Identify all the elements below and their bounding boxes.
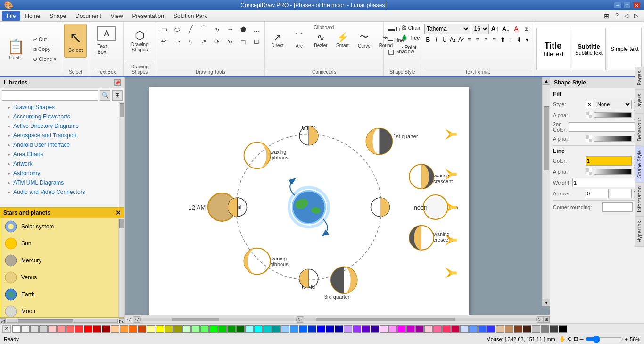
color-swatch[interactable] [129,325,137,333]
planet-solar-system[interactable]: Solar system [0,218,118,235]
color-swatch[interactable] [75,325,83,333]
color-swatch[interactable] [147,325,155,333]
sidebar-item-accounting[interactable]: Accounting Flowcharts [0,112,119,121]
copy-button[interactable]: ⧉ Copy [31,45,59,54]
shape-tool-7[interactable]: ◻ [237,36,249,47]
color-swatch[interactable] [48,325,57,333]
color-swatch[interactable] [30,325,39,333]
underline-button[interactable]: U [441,35,448,44]
zoom-in[interactable]: + [625,336,628,342]
line-weight-input[interactable] [572,178,640,187]
color-swatch[interactable] [263,325,272,333]
color-swatch[interactable] [550,325,558,333]
stars-panel-close[interactable]: ✕ [116,209,121,217]
color-swatch[interactable] [442,325,451,333]
color-swatch[interactable] [380,325,388,333]
menu-document[interactable]: Document [71,11,106,21]
color-swatch[interactable] [102,325,110,333]
color-swatch[interactable] [165,325,173,333]
tab-shape-style[interactable]: Shape Style [635,146,644,182]
sidebar-scroll-track[interactable] [7,319,118,323]
color-swatch[interactable] [406,325,415,333]
diagram-canvas[interactable]: 6 PM noon 6 AM 12 AM 1st quarter [149,87,469,315]
canvas-scroll-left[interactable]: ◁ [126,316,132,323]
sidebar-item-artwork[interactable]: Artwork [0,159,119,168]
color-swatch[interactable] [541,325,549,333]
v-scroll-up[interactable]: ▲ [543,77,550,85]
v-scroll-down[interactable]: ▼ [543,299,550,306]
zoom-slider[interactable] [586,336,623,343]
color-swatch[interactable] [272,325,281,333]
color-swatch[interactable] [57,325,66,333]
color-swatch[interactable] [308,325,316,333]
color-swatch[interactable] [353,325,361,333]
stars-panel-scrollbar[interactable] [118,218,124,317]
tab-behaviour[interactable]: Behaviour [635,114,644,146]
sidebar-item-astronomy[interactable]: Astronomy [0,168,119,178]
color-swatch[interactable] [281,325,289,333]
title-text-style[interactable]: Title Title text [536,28,570,70]
color-swatch[interactable] [66,325,74,333]
shadow-button[interactable]: ◫ Shadow [386,46,419,57]
color-swatch[interactable] [191,325,200,333]
menu-file[interactable]: File [2,11,20,21]
valign-bottom-button[interactable]: ⬇ [515,35,523,44]
color-swatch[interactable] [93,325,101,333]
tab-layers[interactable]: Layers [635,90,644,114]
color-swatch[interactable] [84,325,92,333]
color-swatch[interactable] [397,325,406,333]
bold-button[interactable]: B [424,35,432,44]
color-swatch[interactable] [200,325,209,333]
line-alpha-bar[interactable] [594,169,632,175]
sidebar-item-android[interactable]: Android User Interface [0,140,119,150]
shape-tool-5[interactable]: ⟳ [211,36,223,47]
color-swatch[interactable] [424,325,433,333]
color-swatch[interactable] [371,325,379,333]
color-swatch[interactable] [469,325,478,333]
planet-earth[interactable]: Earth [0,286,118,303]
page-right[interactable]: ▷ [297,316,303,323]
sidebar-search-button[interactable]: 🔍 [100,90,110,101]
sidebar-scroll-left[interactable]: ◁ [0,318,6,324]
color-swatch[interactable] [12,325,21,333]
superscript-button[interactable]: A² [457,35,465,44]
v-scrollbar[interactable]: ▲ ▼ [542,77,550,306]
fill-alpha-bar[interactable] [594,112,632,118]
second-alpha-bar[interactable] [594,136,632,142]
sidebar-item-active-directory[interactable]: Active Directory Diagrams [0,121,119,131]
sidebar-item-area-charts[interactable]: Area Charts [0,150,119,159]
align-justify-button[interactable]: ≡ [490,35,498,44]
page-left[interactable]: ◁ [134,316,140,323]
color-swatch[interactable] [227,325,236,333]
clone-button[interactable]: ⊕ Clone ▾ [31,55,59,64]
v-scroll-track[interactable] [543,85,550,299]
italic-button[interactable]: I [433,35,440,44]
sidebar-view-button[interactable]: ⊞ [112,90,123,101]
color-swatch[interactable] [523,325,531,333]
color-swatch[interactable] [496,325,504,333]
color-swatch[interactable] [460,325,469,333]
canvas-right-btn[interactable]: ▷ [537,316,543,323]
color-swatch[interactable] [299,325,307,333]
fit-page-button[interactable]: ⊞ [543,316,550,323]
menu-view[interactable]: View [106,11,128,21]
color-swatch[interactable] [388,325,397,333]
zoom-actual[interactable]: ⊕ [568,336,572,342]
color-swatch[interactable] [451,325,460,333]
shape-tool-3[interactable]: ⤷ [184,36,197,47]
subscript-button[interactable]: A₂ [449,35,457,44]
color-swatch[interactable] [335,325,343,333]
tab-pages[interactable]: Pages [635,67,644,90]
sidebar-item-audio[interactable]: Audio and Video Connectors [0,187,119,197]
color-swatch[interactable] [505,325,513,333]
planet-moon[interactable]: Moon [0,303,118,317]
color-swatch[interactable] [254,325,263,333]
align-left-button[interactable]: ≡ [466,35,473,44]
sidebar-item-aerospace[interactable]: Aerospace and Transport [0,131,119,140]
hand-tool[interactable]: ✋ [559,336,566,342]
sidebar-scroll-right[interactable]: ▷ [119,318,124,324]
color-swatch[interactable] [290,325,298,333]
second-color-input[interactable] [569,122,636,132]
color-swatch[interactable] [559,325,567,333]
fit-page[interactable]: ⊞ [574,336,578,342]
